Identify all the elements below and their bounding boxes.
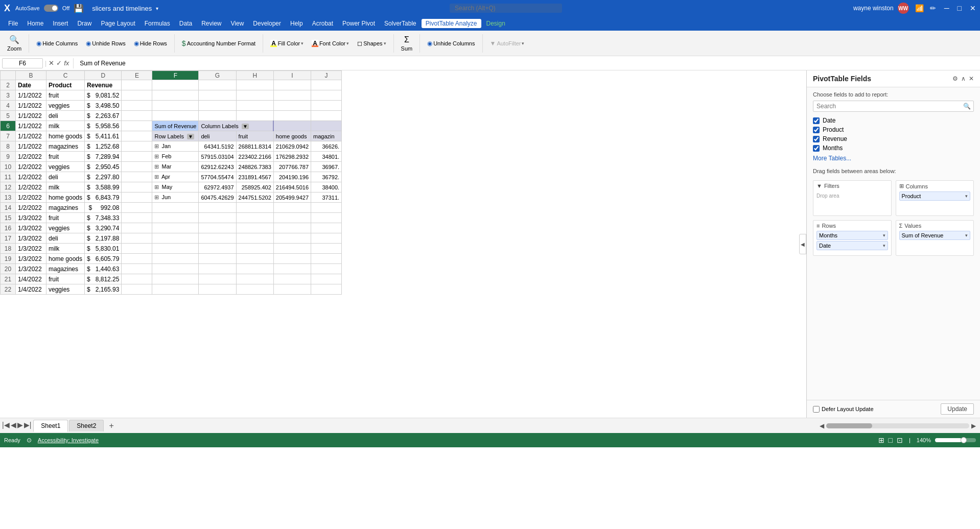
cell-h6-empty[interactable] [273,121,311,131]
scroll-right-btn[interactable]: ▶ [971,422,976,429]
menu-data[interactable]: Data [175,19,196,28]
cell-e3[interactable] [122,90,152,101]
pivot-field-product-checkbox[interactable] [813,127,820,133]
cell-c3[interactable]: fruit [46,90,85,101]
col-header-h[interactable]: H [236,71,273,80]
cell-b19[interactable]: 1/3/2022 [16,254,46,264]
cell-f3[interactable] [152,90,199,101]
cell-j10[interactable]: 36967. [311,162,342,172]
hide-columns-btn[interactable]: ◉ Hide Columns [33,38,81,49]
cell-g11[interactable]: 57704.55474 [199,172,236,182]
cell-i2[interactable] [273,80,311,90]
cell-i5[interactable] [273,111,311,121]
menu-help[interactable]: Help [286,19,307,28]
cell-d6[interactable]: $ 5,958.56 [85,121,122,131]
cell-j17[interactable] [311,233,342,244]
cell-c21[interactable]: fruit [46,274,85,284]
cell-h10[interactable]: 248826.7383 [236,162,273,172]
cell-g22[interactable] [199,284,236,295]
unhide-rows-btn[interactable]: ◉ Unhide Rows [83,38,128,49]
cell-c9[interactable]: fruit [46,152,85,162]
cell-e16[interactable] [122,223,152,233]
cell-c14[interactable]: magazines [46,203,85,213]
accounting-format-btn[interactable]: $ Accounting Number Format [179,38,259,49]
cell-b14[interactable]: 1/2/2022 [16,203,46,213]
cell-reference[interactable] [2,58,43,68]
col-header-d[interactable]: D [85,71,122,80]
cell-h13[interactable]: 244751.5202 [236,193,273,203]
cell-j20[interactable] [311,264,342,274]
cell-i8[interactable]: 210629.0942 [273,141,311,152]
cell-b17[interactable]: 1/3/2022 [16,233,46,244]
cell-d2[interactable]: Revenue [85,80,122,90]
sum-btn[interactable]: Σ Sum [398,34,416,53]
cell-g16[interactable] [199,223,236,233]
cell-g20[interactable] [199,264,236,274]
cell-i6[interactable] [311,121,342,131]
sheet-nav-prev[interactable]: ◀ [11,421,16,429]
menu-home[interactable]: Home [23,19,48,28]
cell-i17[interactable] [273,233,311,244]
cell-c22[interactable]: veggies [46,284,85,295]
cell-b7[interactable]: 1/1/2022 [16,131,46,141]
cell-c18[interactable]: milk [46,244,85,254]
cell-d14[interactable]: $ 992.08 [85,203,122,213]
cell-b20[interactable]: 1/3/2022 [16,264,46,274]
cell-j11[interactable]: 36792. [311,172,342,182]
page-break-view-icon[interactable]: ⊡ [897,436,903,444]
menu-view[interactable]: View [227,19,248,28]
cell-c2[interactable]: Product [46,80,85,90]
pivot-close-icon[interactable]: ✕ [969,75,974,82]
cell-d11[interactable]: $ 2,297.80 [85,172,122,182]
cell-c13[interactable]: home goods [46,193,85,203]
cell-h21[interactable] [236,274,273,284]
col-header-c[interactable]: C [46,71,85,80]
user-avatar[interactable]: WW [898,3,909,14]
cell-g10[interactable]: 62912.62243 [199,162,236,172]
autofilter-arrow[interactable]: ▾ [522,41,524,46]
cell-i12[interactable]: 216494.5016 [273,182,311,193]
menu-pivottable-analyze[interactable]: PivotTable Analyze [422,19,481,28]
chip-sum-revenue-arrow[interactable]: ▾ [965,233,968,238]
cell-i15[interactable] [273,213,311,223]
shapes-arrow[interactable]: ▾ [384,41,386,46]
cell-h18[interactable] [236,244,273,254]
cell-g3[interactable] [199,90,236,101]
font-color-arrow[interactable]: ▾ [346,41,349,46]
cell-d16[interactable]: $ 3,290.74 [85,223,122,233]
cell-i3[interactable] [273,90,311,101]
cell-f16[interactable] [152,223,199,233]
cell-g7[interactable]: deli [199,131,236,141]
chip-product-arrow[interactable]: ▾ [965,194,968,199]
col-header-i[interactable]: I [273,71,311,80]
cell-h22[interactable] [236,284,273,295]
formula-fx-icon[interactable]: fx [64,59,69,67]
cell-f10[interactable]: ⊞ Mar [152,162,199,172]
pivot-chevron-up-icon[interactable]: ∧ [961,75,966,82]
cell-i13[interactable]: 205499.9427 [273,193,311,203]
pivot-search-input[interactable] [813,101,974,112]
cell-b11[interactable]: 1/2/2022 [16,172,46,182]
cell-h4[interactable] [236,101,273,111]
pivot-chip-product[interactable]: Product ▾ [899,191,971,201]
cell-g15[interactable] [199,213,236,223]
cell-c20[interactable]: magazines [46,264,85,274]
cell-e13[interactable] [122,193,152,203]
menu-acrobat[interactable]: Acrobat [308,19,337,28]
update-button[interactable]: Update [941,403,974,415]
cell-d22[interactable]: $ 2,165.93 [85,284,122,295]
cell-i22[interactable] [273,284,311,295]
cell-f19[interactable] [152,254,199,264]
menu-review[interactable]: Review [197,19,225,28]
col-header-b[interactable]: B [16,71,46,80]
cell-e6[interactable] [122,121,152,131]
autosave-toggle[interactable] [44,5,58,12]
cell-j21[interactable] [311,274,342,284]
cell-b15[interactable]: 1/3/2022 [16,213,46,223]
cell-g4[interactable] [199,101,236,111]
cell-i20[interactable] [273,264,311,274]
cell-d21[interactable]: $ 8,812.25 [85,274,122,284]
cell-e14[interactable] [122,203,152,213]
cell-h11[interactable]: 231891.4567 [236,172,273,182]
cell-f4[interactable] [152,101,199,111]
